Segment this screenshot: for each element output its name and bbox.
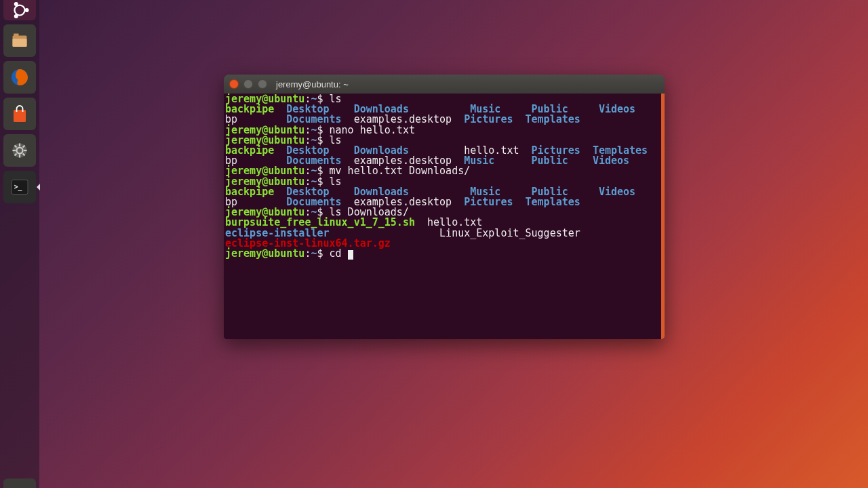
- firefox-icon: [7, 65, 32, 89]
- svg-point-0: [15, 5, 25, 16]
- terminal-content[interactable]: jeremy@ubuntu:~$ ls backpipe Desktop Dow…: [224, 94, 665, 339]
- launcher-trash[interactable]: [3, 479, 36, 488]
- files-icon: [7, 28, 32, 53]
- cmd-ls-2: ls: [330, 134, 342, 146]
- launcher-settings[interactable]: [3, 134, 36, 167]
- svg-rect-5: [14, 34, 19, 37]
- terminal-icon: >_: [7, 175, 32, 199]
- launcher-files[interactable]: [3, 24, 36, 57]
- cmd-ls-3: ls: [330, 176, 342, 188]
- cursor: [348, 250, 353, 260]
- svg-text:>_: >_: [14, 183, 22, 191]
- launcher-dash[interactable]: [3, 0, 36, 20]
- svg-rect-6: [13, 39, 27, 47]
- shopping-bag-icon: [7, 102, 32, 126]
- cmd-ls-1: ls: [330, 94, 342, 105]
- launcher-firefox[interactable]: [3, 61, 36, 94]
- unity-launcher: >_: [0, 0, 39, 488]
- launcher-software[interactable]: [3, 98, 36, 130]
- terminal-window: jeremy@ubuntu: ~ jeremy@ubuntu:~$ ls bac…: [224, 75, 665, 339]
- launcher-terminal[interactable]: >_: [3, 171, 36, 203]
- svg-point-3: [14, 14, 18, 18]
- window-minimize-button[interactable]: [243, 79, 253, 89]
- cmd-mv: mv hello.txt Downloads/: [330, 165, 471, 177]
- cmd-nano: nano hello.txt: [330, 124, 415, 136]
- window-close-button[interactable]: [229, 79, 239, 89]
- current-command: cd: [330, 247, 348, 260]
- svg-rect-8: [14, 110, 26, 122]
- svg-point-2: [14, 2, 18, 6]
- window-title: jeremy@ubuntu: ~: [276, 79, 349, 89]
- ubuntu-logo-icon: [7, 0, 32, 22]
- window-maximize-button[interactable]: [258, 79, 267, 89]
- window-titlebar[interactable]: jeremy@ubuntu: ~: [224, 75, 665, 94]
- gear-icon: [7, 138, 32, 163]
- svg-point-1: [25, 8, 29, 12]
